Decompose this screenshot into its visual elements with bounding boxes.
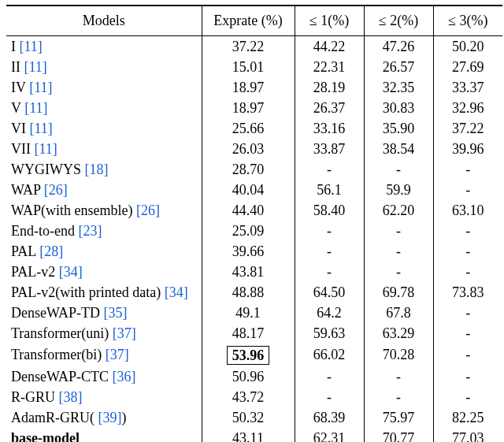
table-row: DenseWAP-CTC [36]50.96--- (6, 367, 502, 388)
cell-exprate: 25.09 (202, 221, 295, 241)
citation-link[interactable]: [11] (24, 100, 47, 116)
cell-exprate: 49.1 (202, 303, 295, 323)
model-name: PAL (11, 243, 36, 259)
cell-le3: - (433, 344, 502, 367)
citation-link[interactable]: [11] (35, 141, 57, 157)
cell-le3: 77.03 (433, 429, 502, 443)
cell-le1: 26.37 (295, 98, 364, 118)
cell-exprate: 37.22 (202, 36, 295, 58)
cell-model: PAL-v2(with printed data) [34] (6, 282, 202, 303)
cell-le2: 47.26 (364, 36, 433, 58)
model-name: IV (11, 80, 26, 95)
model-name: I (11, 39, 16, 54)
cell-model: I [11] (6, 36, 202, 58)
table-row: IV [11]18.9728.1932.3533.37 (6, 77, 502, 98)
cell-model: Transformer(bi) [37] (6, 344, 202, 367)
cell-le1: 62.31 (295, 429, 364, 443)
cell-le2: 69.78 (364, 282, 433, 303)
model-name: PAL-v2 (11, 264, 55, 280)
model-name: Transformer(bi) (11, 347, 102, 362)
cell-exprate: 39.66 (202, 241, 295, 262)
col-header-le2: ≤ 2(%) (364, 6, 433, 36)
cell-le3: 63.10 (433, 200, 502, 221)
model-name: WAP (11, 182, 40, 198)
cell-le1: 68.39 (295, 408, 364, 429)
cell-le2: 70.28 (364, 344, 433, 367)
table-row: V [11]18.9726.3730.8332.96 (6, 98, 502, 118)
citation-link[interactable]: [11] (30, 121, 53, 136)
model-name: WAP(with ensemble) (11, 202, 132, 218)
cell-exprate: 50.32 (202, 408, 295, 429)
cell-model: II [11] (6, 57, 202, 77)
cell-le3: - (433, 159, 502, 180)
table-row: Transformer(bi) [37]53.9666.0270.28- (6, 344, 502, 367)
citation-link[interactable]: [18] (84, 162, 108, 177)
cell-exprate: 26.03 (202, 139, 295, 159)
table-row: II [11]15.0122.3126.5727.69 (6, 57, 502, 77)
le-symbol: ≤ (309, 13, 321, 28)
citation-link[interactable]: [11] (24, 59, 47, 75)
citation-link[interactable]: [34] (59, 264, 83, 280)
cell-exprate: 15.01 (202, 57, 295, 77)
citation-link[interactable]: [23] (78, 223, 102, 239)
citation-link[interactable]: [37] (113, 325, 136, 341)
cell-le2: 32.35 (364, 77, 433, 98)
cell-le3: 33.37 (433, 77, 502, 98)
cell-le2: 63.29 (364, 323, 433, 344)
citation-link[interactable]: [37] (106, 347, 129, 362)
cell-model: base-model (6, 429, 202, 443)
model-name: Transformer(uni) (11, 325, 109, 341)
table-row: R-GRU [38]43.72--- (6, 388, 502, 408)
table-row: WAP [26]40.0456.159.9- (6, 180, 502, 200)
model-name: base-model (11, 430, 80, 442)
cell-model: V [11] (6, 98, 202, 118)
cell-le3: - (433, 367, 502, 388)
citation-link[interactable]: [11] (29, 80, 52, 95)
table-row: WAP(with ensemble) [26]44.4058.4062.2063… (6, 200, 502, 221)
model-name: V (11, 100, 21, 116)
cell-le3: 32.96 (433, 98, 502, 118)
citation-link[interactable]: [26] (44, 182, 68, 198)
cell-model: DenseWAP-CTC [36] (6, 367, 202, 388)
table-row: Transformer(uni) [37]48.1759.6363.29- (6, 323, 502, 344)
cell-le2: - (364, 241, 433, 262)
col-header-exprate: Exprate (%) (202, 6, 295, 36)
cell-le3: 39.96 (433, 139, 502, 159)
cell-le2: 26.57 (364, 57, 433, 77)
cell-model: WYGIWYS [18] (6, 159, 202, 180)
cell-le1: 44.22 (295, 36, 364, 58)
cell-le2: - (364, 367, 433, 388)
cell-le1: 66.02 (295, 344, 364, 367)
cell-model: VII [11] (6, 139, 202, 159)
citation-link[interactable]: [34] (165, 284, 188, 300)
cell-le2: 75.97 (364, 408, 433, 429)
citation-link[interactable]: [26] (136, 202, 160, 218)
model-name: DenseWAP-CTC (11, 369, 109, 384)
results-table: Models Exprate (%) ≤ 1(%) ≤ 2(%) ≤ 3(%) … (6, 5, 502, 442)
cell-model: End-to-end [23] (6, 221, 202, 241)
citation-link[interactable]: [35] (103, 305, 127, 321)
col-header-le1: ≤ 1(%) (295, 6, 364, 36)
le-symbol: ≤ (448, 13, 459, 28)
model-name: II (11, 59, 20, 75)
model-name: R-GRU (11, 389, 55, 405)
cell-le1: 33.87 (295, 139, 364, 159)
cell-le2: - (364, 262, 433, 282)
cell-le2: 70.77 (364, 429, 433, 443)
citation-link[interactable]: [39] (98, 410, 122, 425)
citation-link[interactable]: [38] (59, 389, 83, 405)
citation-link[interactable]: [11] (20, 39, 43, 54)
cell-le1: 22.31 (295, 57, 364, 77)
citation-link[interactable]: [28] (39, 243, 63, 259)
cell-le1: - (295, 367, 364, 388)
cell-le3: 27.69 (433, 57, 502, 77)
cell-le1: 59.63 (295, 323, 364, 344)
cell-model: IV [11] (6, 77, 202, 98)
cell-exprate: 40.04 (202, 180, 295, 200)
boxed-value: 53.96 (227, 346, 270, 366)
model-name: VII (11, 141, 31, 157)
cell-le1: - (295, 221, 364, 241)
citation-link[interactable]: [36] (113, 369, 136, 384)
cite-suffix: ) (122, 410, 127, 425)
cell-exprate: 18.97 (202, 98, 295, 118)
